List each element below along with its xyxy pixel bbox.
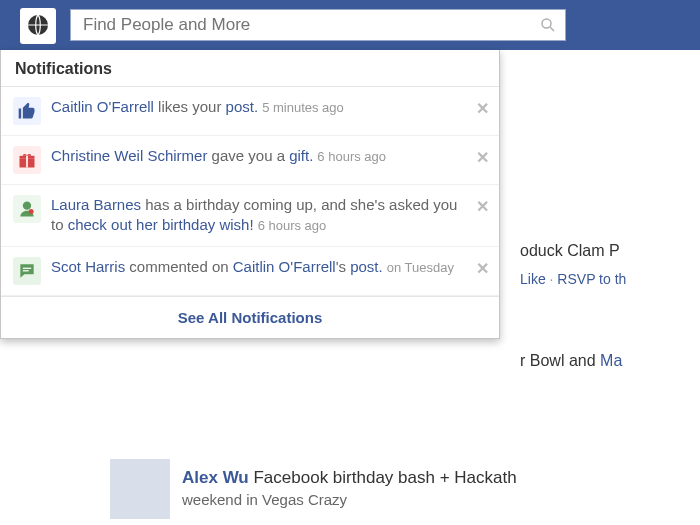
svg-point-1 (542, 19, 551, 28)
notification-time: 6 hours ago (317, 149, 386, 164)
like-icon (13, 97, 41, 125)
notification-person[interactable]: Scot Harris (51, 258, 125, 275)
globe-icon (26, 13, 50, 40)
notifications-button[interactable] (20, 8, 56, 44)
notification-text: Laura Barnes has a birthday coming up, a… (51, 195, 487, 236)
search-box[interactable] (70, 9, 566, 41)
notification-person-b[interactable]: Caitlin O'Farrell (233, 258, 336, 275)
notification-person[interactable]: Christine Weil Schirmer (51, 147, 207, 164)
feed-post[interactable]: Alex Wu Facebook birthday bash + Hackath… (110, 459, 700, 519)
feed-post-author[interactable]: Alex Wu (182, 468, 249, 487)
notification-item[interactable]: Scot Harris commented on Caitlin O'Farre… (1, 247, 499, 296)
notification-object[interactable]: post. (350, 258, 383, 275)
feed-event-title: oduck Clam P (520, 240, 700, 262)
svg-rect-9 (23, 270, 29, 271)
notifications-header: Notifications (1, 50, 499, 87)
rsvp-link[interactable]: RSVP to th (557, 271, 626, 287)
svg-rect-5 (26, 156, 28, 168)
notification-time: 6 hours ago (258, 218, 327, 233)
svg-line-2 (550, 27, 554, 31)
notification-text: Christine Weil Schirmer gave you a gift.… (51, 146, 487, 166)
search-icon[interactable] (535, 12, 561, 38)
svg-point-7 (29, 209, 34, 214)
notifications-dropdown: Notifications Caitlin O'Farrell likes yo… (0, 50, 500, 339)
notifications-footer: See All Notifications (1, 296, 499, 338)
feed-event-actions: Like · RSVP to th (520, 270, 700, 290)
gift-icon (13, 146, 41, 174)
comment-icon (13, 257, 41, 285)
notification-object[interactable]: post. (226, 98, 259, 115)
svg-rect-8 (23, 267, 31, 268)
close-icon[interactable]: ✕ (476, 259, 489, 278)
notification-person[interactable]: Laura Barnes (51, 196, 141, 213)
notification-item[interactable]: Caitlin O'Farrell likes your post.5 minu… (1, 87, 499, 136)
notification-object[interactable]: gift. (289, 147, 313, 164)
top-bar (0, 0, 700, 50)
like-link[interactable]: Like (520, 271, 546, 287)
notification-text: Scot Harris commented on Caitlin O'Farre… (51, 257, 487, 277)
avatar[interactable] (110, 459, 170, 519)
birthday-icon (13, 195, 41, 223)
notification-item[interactable]: Laura Barnes has a birthday coming up, a… (1, 185, 499, 247)
close-icon[interactable]: ✕ (476, 148, 489, 167)
close-icon[interactable]: ✕ (476, 99, 489, 118)
svg-point-6 (23, 202, 31, 210)
notification-object[interactable]: check out her birthday wish! (68, 216, 254, 233)
notification-person[interactable]: Caitlin O'Farrell (51, 98, 154, 115)
notification-time: 5 minutes ago (262, 100, 344, 115)
search-input[interactable] (81, 14, 535, 36)
close-icon[interactable]: ✕ (476, 197, 489, 216)
feed-post-text: Alex Wu Facebook birthday bash + Hackath… (182, 467, 517, 511)
see-all-link[interactable]: See All Notifications (178, 309, 322, 326)
notification-text: Caitlin O'Farrell likes your post.5 minu… (51, 97, 487, 117)
notification-time: on Tuesday (387, 260, 454, 275)
notification-item[interactable]: Christine Weil Schirmer gave you a gift.… (1, 136, 499, 185)
feed-event-title: r Bowl and Ma (520, 350, 700, 372)
